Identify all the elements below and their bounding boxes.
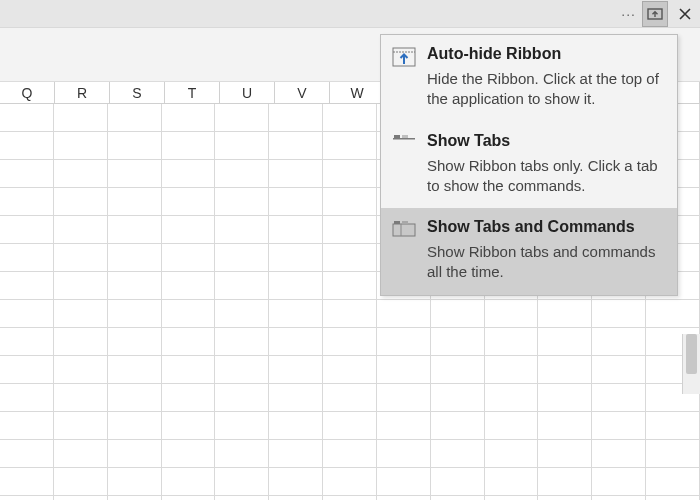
cell[interactable] — [108, 440, 162, 467]
vertical-scrollbar[interactable] — [682, 334, 700, 394]
cell[interactable] — [108, 272, 162, 299]
cell[interactable] — [215, 384, 269, 411]
cell[interactable] — [592, 412, 646, 439]
cell[interactable] — [0, 328, 54, 355]
cell[interactable] — [54, 440, 108, 467]
cell[interactable] — [592, 440, 646, 467]
cell[interactable] — [646, 468, 700, 495]
close-button[interactable] — [670, 0, 700, 28]
cell[interactable] — [431, 496, 485, 500]
cell[interactable] — [646, 300, 700, 327]
column-header[interactable]: W — [330, 82, 385, 103]
cell[interactable] — [162, 104, 216, 131]
cell[interactable] — [0, 104, 54, 131]
cell[interactable] — [0, 412, 54, 439]
cell[interactable] — [323, 328, 377, 355]
cell[interactable] — [215, 244, 269, 271]
cell[interactable] — [215, 412, 269, 439]
cell[interactable] — [0, 160, 54, 187]
cell[interactable] — [0, 244, 54, 271]
cell[interactable] — [377, 300, 431, 327]
cell[interactable] — [431, 468, 485, 495]
cell[interactable] — [215, 300, 269, 327]
cell[interactable] — [377, 496, 431, 500]
cell[interactable] — [162, 356, 216, 383]
cell[interactable] — [54, 300, 108, 327]
cell[interactable] — [269, 132, 323, 159]
cell[interactable] — [0, 468, 54, 495]
cell[interactable] — [538, 440, 592, 467]
cell[interactable] — [162, 440, 216, 467]
cell[interactable] — [162, 328, 216, 355]
column-header[interactable]: S — [110, 82, 165, 103]
cell[interactable] — [0, 356, 54, 383]
cell[interactable] — [323, 356, 377, 383]
cell[interactable] — [377, 440, 431, 467]
cell[interactable] — [377, 412, 431, 439]
cell[interactable] — [162, 272, 216, 299]
cell[interactable] — [431, 300, 485, 327]
cell[interactable] — [592, 384, 646, 411]
cell[interactable] — [54, 412, 108, 439]
cell[interactable] — [162, 160, 216, 187]
cell[interactable] — [323, 216, 377, 243]
cell[interactable] — [431, 412, 485, 439]
cell[interactable] — [377, 468, 431, 495]
cell[interactable] — [377, 356, 431, 383]
cell[interactable] — [0, 300, 54, 327]
cell[interactable] — [323, 272, 377, 299]
cell[interactable] — [377, 384, 431, 411]
cell[interactable] — [269, 384, 323, 411]
cell[interactable] — [108, 216, 162, 243]
column-header[interactable]: R — [55, 82, 110, 103]
cell[interactable] — [162, 244, 216, 271]
cell[interactable] — [215, 356, 269, 383]
cell[interactable] — [54, 160, 108, 187]
cell[interactable] — [538, 412, 592, 439]
cell[interactable] — [592, 468, 646, 495]
cell[interactable] — [485, 300, 539, 327]
cell[interactable] — [215, 160, 269, 187]
cell[interactable] — [323, 496, 377, 500]
cell[interactable] — [592, 328, 646, 355]
cell[interactable] — [54, 104, 108, 131]
cell[interactable] — [323, 188, 377, 215]
cell[interactable] — [323, 160, 377, 187]
cell[interactable] — [269, 440, 323, 467]
cell[interactable] — [0, 496, 54, 500]
menu-item-show-tabs-and-commands[interactable]: Show Tabs and Commands Show Ribbon tabs … — [381, 208, 677, 295]
cell[interactable] — [592, 356, 646, 383]
cell[interactable] — [54, 244, 108, 271]
cell[interactable] — [269, 328, 323, 355]
cell[interactable] — [485, 412, 539, 439]
cell[interactable] — [162, 300, 216, 327]
cell[interactable] — [54, 216, 108, 243]
cell[interactable] — [269, 356, 323, 383]
cell[interactable] — [485, 328, 539, 355]
cell[interactable] — [269, 216, 323, 243]
cell[interactable] — [538, 468, 592, 495]
cell[interactable] — [0, 132, 54, 159]
cell[interactable] — [538, 300, 592, 327]
cell[interactable] — [269, 496, 323, 500]
cell[interactable] — [215, 496, 269, 500]
cell[interactable] — [108, 384, 162, 411]
cell[interactable] — [269, 244, 323, 271]
cell[interactable] — [0, 188, 54, 215]
cell[interactable] — [592, 496, 646, 500]
cell[interactable] — [162, 496, 216, 500]
cell[interactable] — [485, 468, 539, 495]
cell[interactable] — [323, 384, 377, 411]
cell[interactable] — [269, 104, 323, 131]
cell[interactable] — [162, 384, 216, 411]
cell[interactable] — [323, 412, 377, 439]
cell[interactable] — [108, 160, 162, 187]
cell[interactable] — [54, 188, 108, 215]
cell[interactable] — [485, 384, 539, 411]
cell[interactable] — [323, 244, 377, 271]
more-icon[interactable]: ··· — [621, 6, 636, 22]
cell[interactable] — [162, 188, 216, 215]
cell[interactable] — [431, 440, 485, 467]
cell[interactable] — [108, 356, 162, 383]
cell[interactable] — [108, 496, 162, 500]
